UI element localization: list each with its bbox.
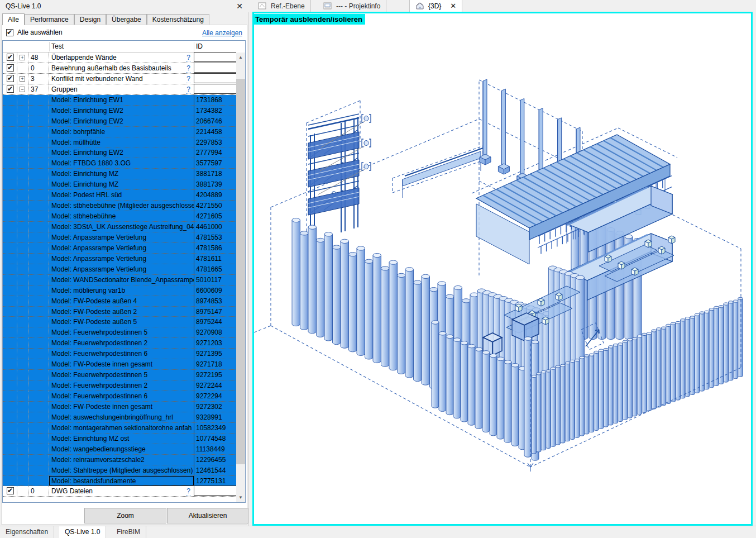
model-row[interactable]: Model: Stahltreppe (Mitglieder ausgeschl…	[3, 465, 236, 476]
select-all-checkbox[interactable]	[6, 29, 13, 36]
row-label: Model: Feuerwehrpodestinnen 5	[49, 327, 194, 337]
zoom-button[interactable]: Zoom	[84, 508, 166, 523]
model-row[interactable]: Model: Anpassrampe Vertiefung4781611	[3, 254, 236, 264]
model-row[interactable]: Model: Einrichtung MZ3881718	[3, 169, 236, 179]
row-count	[28, 243, 49, 253]
select-all-row[interactable]: Alle auswählen	[6, 28, 63, 37]
model-row[interactable]: Model: Einrichtung EW11731868	[3, 95, 236, 106]
row-count	[28, 402, 49, 412]
3d-viewport[interactable]: Temporär ausblenden/isolieren	[252, 12, 753, 526]
row-count	[28, 169, 49, 179]
help-link[interactable]: ?	[186, 487, 190, 496]
model-row[interactable]: Model: Feuerwehrpodestinnen 69272294	[3, 391, 236, 402]
refresh-button[interactable]: Aktualisieren	[167, 508, 248, 523]
tab-performance[interactable]: Performance	[25, 14, 74, 25]
scroll-up-icon[interactable]: ▲	[236, 53, 245, 62]
expand-icon[interactable]: +	[20, 55, 25, 60]
row-checkbox[interactable]	[7, 64, 14, 72]
table-header: Test ID	[3, 41, 236, 53]
model-row[interactable]: Model: möblierung var1b6600609	[3, 285, 236, 296]
model-row[interactable]: Model: FW-Podeste außen 48974853	[3, 296, 236, 307]
table-scrollbar[interactable]: ▲ ▼	[236, 53, 245, 502]
model-row[interactable]: Model: Einrichtung EW22066746	[3, 116, 236, 127]
model-row[interactable]: Model: Feuerwehrpodestinnen 29272244	[3, 380, 236, 391]
row-checkbox[interactable]	[7, 75, 14, 82]
help-link[interactable]: ?	[186, 75, 190, 83]
statusbar-tab-0[interactable]: Eigenschaften	[0, 526, 54, 538]
model-row[interactable]: Model: Feuerwehrpodestinnen 29271203	[3, 338, 236, 349]
row-id: 2214458	[194, 127, 236, 137]
close-icon[interactable]: ✕	[235, 2, 244, 11]
model-row[interactable]: Model: Feuerwehrpodestinnen 59272195	[3, 370, 236, 380]
row-checkbox[interactable]	[7, 487, 14, 494]
model-row[interactable]: Model: FW-Podeste innen gesamt9272302	[3, 402, 236, 412]
model-row[interactable]: Model: WANDSectionaltor Blende_Anpassram…	[3, 275, 236, 285]
model-row[interactable]: Model: bestandsfundamente12775131	[3, 476, 236, 487]
model-row[interactable]: Model: Anpassrampe Vertiefung4781586	[3, 243, 236, 254]
row-count	[28, 476, 49, 486]
panel-tab-strip: AllePerformanceDesignÜbergabeKostenschät…	[2, 13, 209, 25]
row-checkbox[interactable]	[7, 85, 14, 93]
row-count	[28, 412, 49, 422]
test-group-row[interactable]: −37Gruppen?	[3, 84, 236, 95]
row-label: Model: möblierung var1b	[49, 285, 194, 296]
model-row[interactable]: Model: Einrichtung EW21734382	[3, 106, 236, 116]
view-tab-0[interactable]: Ref.-Ebene	[252, 0, 311, 12]
test-group-row[interactable]: +48Überlappende Wände?	[3, 53, 236, 63]
model-row[interactable]: Model: reinraumvorsatzschale212296455	[3, 455, 236, 465]
test-group-row[interactable]: 0Bewehrung außerhalb des Basisbauteils?	[3, 63, 236, 74]
help-link[interactable]: ?	[186, 64, 190, 73]
model-row[interactable]: Model: FW-Podeste außen 58975244	[3, 317, 236, 327]
scroll-down-icon[interactable]: ▼	[236, 493, 245, 502]
model-row[interactable]: Model: Einrichtung MZ3881739	[3, 179, 236, 190]
row-label: Überlappende Wände?	[49, 53, 194, 63]
row-label: Model: Anpassrampe Vertiefung	[49, 254, 194, 264]
row-id	[194, 84, 236, 94]
model-row[interactable]: Model: Podest HRL süd4204889	[3, 190, 236, 201]
tab-design[interactable]: Design	[74, 14, 106, 25]
model-row[interactable]: Model: auswechslungeinbringöffnung_hrl93…	[3, 412, 236, 423]
model-row[interactable]: Model: 3DStA_UK Aussenstiege Austreifung…	[3, 222, 236, 232]
model-row[interactable]: Model: bohrpfähle2214458	[3, 127, 236, 137]
model-row[interactable]: Model: Einrichtung EW22777994	[3, 147, 236, 158]
model-row[interactable]: Model: FTBDG 1880 3.OG3577597	[3, 158, 236, 169]
help-link[interactable]: ?	[186, 85, 190, 94]
statusbar-tab-2[interactable]: FireBIM	[111, 526, 146, 538]
row-id: 4204889	[194, 190, 236, 200]
close-view-icon[interactable]: ✕	[450, 2, 456, 10]
model-row[interactable]: Model: Feuerwehrpodestinnen 59270908	[3, 327, 236, 338]
row-id: 3881718	[194, 169, 236, 179]
test-group-row[interactable]: +3Konflikt mit verbundener Wand?	[3, 74, 236, 84]
tab-alle[interactable]: Alle	[2, 13, 25, 25]
model-row[interactable]: Model: Feuerwehrpodestinnen 69271395	[3, 349, 236, 359]
model-row[interactable]: Model: Anpassrampe Vertiefung4781665	[3, 264, 236, 275]
collapse-icon[interactable]: −	[20, 87, 25, 92]
row-id: 2066746	[194, 116, 236, 126]
model-row[interactable]: Model: stbhebebühne (Mitglieder ausgesch…	[3, 201, 236, 211]
model-row[interactable]: Model: wangebedienungsstiege11138449	[3, 444, 236, 455]
model-row[interactable]: Model: stbhebebühne4271605	[3, 211, 236, 222]
row-id: 9272294	[194, 391, 236, 401]
view-tab-3d[interactable]: {3D}✕	[409, 0, 462, 12]
tab-kostenschätzung[interactable]: Kostenschätzung	[147, 14, 209, 25]
scrollbar-thumb[interactable]	[236, 79, 245, 464]
model-row[interactable]: Model: FW-Podeste innen gesamt9271718	[3, 359, 236, 370]
temporary-hide-banner: Temporär ausblenden/isolieren	[254, 14, 365, 25]
help-link[interactable]: ?	[186, 54, 190, 62]
row-checkbox[interactable]	[7, 54, 14, 61]
model-row[interactable]: Model: montagerahmen sektionaltorohne an…	[3, 423, 236, 434]
model-row[interactable]: Model: FW-Podeste außen 28975147	[3, 307, 236, 317]
show-all-link[interactable]: Alle anzeigen	[202, 29, 242, 37]
tab-übergabe[interactable]: Übergabe	[106, 14, 147, 25]
expand-icon[interactable]: +	[20, 76, 25, 82]
model-row[interactable]: Model: müllhütte2297853	[3, 137, 236, 148]
test-group-row[interactable]: 0DWG Dateien?	[3, 486, 236, 497]
model-row[interactable]: Model: Anpassrampe Vertiefung4781553	[3, 232, 236, 243]
row-id: 2777994	[194, 147, 236, 158]
row-label: Model: Einrichtung MZ	[49, 169, 194, 179]
row-count	[28, 349, 49, 359]
view-tab-1[interactable]: --- - Projektinfo	[318, 0, 386, 12]
statusbar-tab-1[interactable]: QS-Live 1.0	[59, 526, 106, 538]
row-count	[28, 254, 49, 264]
model-row[interactable]: Model: Einrichtung MZ ost10774548	[3, 434, 236, 444]
